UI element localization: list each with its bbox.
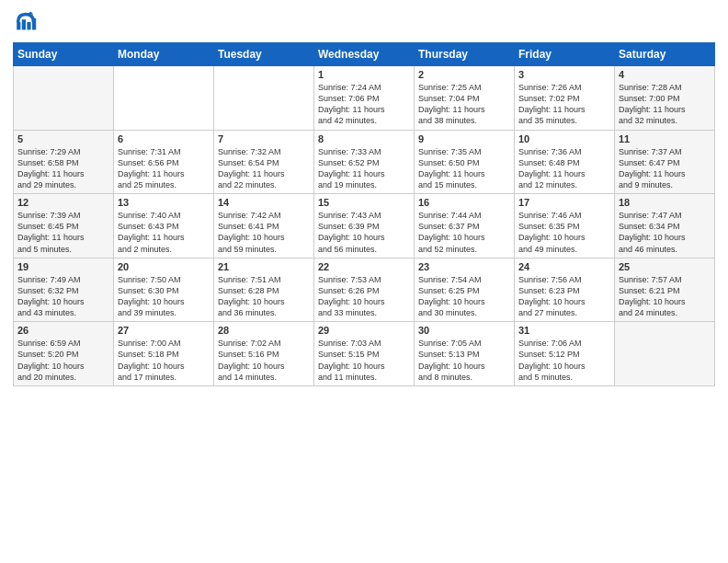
- day-info: Sunrise: 7:56 AM Sunset: 6:23 PM Dayligh…: [518, 274, 610, 319]
- weekday-thursday: Thursday: [415, 43, 515, 66]
- day-number: 17: [518, 197, 610, 208]
- day-info: Sunrise: 7:49 AM Sunset: 6:32 PM Dayligh…: [17, 274, 109, 319]
- calendar-cell: 20Sunrise: 7:50 AM Sunset: 6:30 PM Dayli…: [114, 258, 214, 322]
- day-number: 3: [518, 69, 610, 80]
- calendar-cell: [14, 66, 114, 131]
- calendar-cell: 21Sunrise: 7:51 AM Sunset: 6:28 PM Dayli…: [214, 258, 314, 322]
- calendar-cell: 3Sunrise: 7:26 AM Sunset: 7:02 PM Daylig…: [515, 66, 615, 131]
- calendar-cell: 31Sunrise: 7:06 AM Sunset: 5:12 PM Dayli…: [515, 322, 615, 386]
- calendar-cell: 16Sunrise: 7:44 AM Sunset: 6:37 PM Dayli…: [415, 194, 515, 259]
- calendar-cell: 14Sunrise: 7:42 AM Sunset: 6:41 PM Dayli…: [214, 194, 314, 259]
- day-info: Sunrise: 7:51 AM Sunset: 6:28 PM Dayligh…: [218, 274, 310, 319]
- day-info: Sunrise: 7:53 AM Sunset: 6:26 PM Dayligh…: [318, 274, 410, 319]
- day-number: 9: [418, 133, 510, 144]
- day-info: Sunrise: 7:46 AM Sunset: 6:35 PM Dayligh…: [518, 210, 610, 255]
- day-number: 28: [218, 325, 310, 336]
- day-number: 13: [118, 197, 210, 208]
- calendar-cell: [114, 66, 214, 131]
- day-number: 15: [318, 197, 410, 208]
- day-info: Sunrise: 7:39 AM Sunset: 6:45 PM Dayligh…: [17, 210, 109, 255]
- day-info: Sunrise: 7:43 AM Sunset: 6:39 PM Dayligh…: [318, 210, 410, 255]
- day-info: Sunrise: 7:24 AM Sunset: 7:06 PM Dayligh…: [318, 82, 410, 127]
- calendar-cell: 8Sunrise: 7:33 AM Sunset: 6:52 PM Daylig…: [314, 130, 415, 194]
- day-number: 27: [118, 325, 210, 336]
- day-number: 31: [518, 325, 610, 336]
- weekday-wednesday: Wednesday: [314, 43, 415, 66]
- day-number: 16: [418, 197, 510, 208]
- svg-rect-1: [22, 19, 26, 29]
- calendar-cell: 27Sunrise: 7:00 AM Sunset: 5:18 PM Dayli…: [114, 322, 214, 386]
- calendar-table: SundayMondayTuesdayWednesdayThursdayFrid…: [13, 42, 715, 386]
- day-number: 18: [619, 197, 711, 208]
- weekday-sunday: Sunday: [14, 43, 114, 66]
- logo-icon: [13, 9, 39, 35]
- svg-rect-2: [27, 22, 30, 29]
- day-info: Sunrise: 7:57 AM Sunset: 6:21 PM Dayligh…: [619, 274, 711, 319]
- calendar-cell: 17Sunrise: 7:46 AM Sunset: 6:35 PM Dayli…: [515, 194, 615, 259]
- calendar-row-3: 19Sunrise: 7:49 AM Sunset: 6:32 PM Dayli…: [14, 258, 715, 322]
- day-number: 22: [318, 261, 410, 272]
- day-info: Sunrise: 7:33 AM Sunset: 6:52 PM Dayligh…: [318, 146, 410, 191]
- day-info: Sunrise: 7:31 AM Sunset: 6:56 PM Dayligh…: [118, 146, 210, 191]
- day-number: 24: [518, 261, 610, 272]
- day-info: Sunrise: 7:35 AM Sunset: 6:50 PM Dayligh…: [418, 146, 510, 191]
- day-number: 4: [619, 69, 711, 80]
- day-info: Sunrise: 7:54 AM Sunset: 6:25 PM Dayligh…: [418, 274, 510, 319]
- day-number: 25: [619, 261, 711, 272]
- day-number: 29: [318, 325, 410, 336]
- day-number: 21: [218, 261, 310, 272]
- day-info: Sunrise: 6:59 AM Sunset: 5:20 PM Dayligh…: [17, 338, 109, 383]
- calendar-cell: 1Sunrise: 7:24 AM Sunset: 7:06 PM Daylig…: [314, 66, 415, 131]
- calendar-cell: 2Sunrise: 7:25 AM Sunset: 7:04 PM Daylig…: [415, 66, 515, 131]
- calendar-cell: 7Sunrise: 7:32 AM Sunset: 6:54 PM Daylig…: [214, 130, 314, 194]
- day-number: 11: [619, 133, 711, 144]
- calendar-cell: 9Sunrise: 7:35 AM Sunset: 6:50 PM Daylig…: [415, 130, 515, 194]
- calendar-cell: [214, 66, 314, 131]
- calendar-cell: 19Sunrise: 7:49 AM Sunset: 6:32 PM Dayli…: [14, 258, 114, 322]
- calendar-cell: [615, 322, 715, 386]
- calendar-cell: 15Sunrise: 7:43 AM Sunset: 6:39 PM Dayli…: [314, 194, 415, 259]
- day-info: Sunrise: 7:36 AM Sunset: 6:48 PM Dayligh…: [518, 146, 610, 191]
- day-number: 14: [218, 197, 310, 208]
- day-info: Sunrise: 7:26 AM Sunset: 7:02 PM Dayligh…: [518, 82, 610, 127]
- calendar-cell: 11Sunrise: 7:37 AM Sunset: 6:47 PM Dayli…: [615, 130, 715, 194]
- calendar-cell: 10Sunrise: 7:36 AM Sunset: 6:48 PM Dayli…: [515, 130, 615, 194]
- calendar-row-0: 1Sunrise: 7:24 AM Sunset: 7:06 PM Daylig…: [14, 66, 715, 131]
- day-info: Sunrise: 7:50 AM Sunset: 6:30 PM Dayligh…: [118, 274, 210, 319]
- day-info: Sunrise: 7:47 AM Sunset: 6:34 PM Dayligh…: [619, 210, 711, 255]
- day-info: Sunrise: 7:00 AM Sunset: 5:18 PM Dayligh…: [118, 338, 210, 383]
- day-number: 6: [118, 133, 210, 144]
- day-info: Sunrise: 7:32 AM Sunset: 6:54 PM Dayligh…: [218, 146, 310, 191]
- day-number: 7: [218, 133, 310, 144]
- calendar-cell: 25Sunrise: 7:57 AM Sunset: 6:21 PM Dayli…: [615, 258, 715, 322]
- calendar-cell: 6Sunrise: 7:31 AM Sunset: 6:56 PM Daylig…: [114, 130, 214, 194]
- day-number: 19: [17, 261, 109, 272]
- calendar-cell: 12Sunrise: 7:39 AM Sunset: 6:45 PM Dayli…: [14, 194, 114, 259]
- svg-rect-0: [17, 22, 20, 29]
- calendar-cell: 22Sunrise: 7:53 AM Sunset: 6:26 PM Dayli…: [314, 258, 415, 322]
- day-info: Sunrise: 7:28 AM Sunset: 7:00 PM Dayligh…: [619, 82, 711, 127]
- day-info: Sunrise: 7:37 AM Sunset: 6:47 PM Dayligh…: [619, 146, 711, 191]
- header: [13, 9, 715, 35]
- calendar-cell: 18Sunrise: 7:47 AM Sunset: 6:34 PM Dayli…: [615, 194, 715, 259]
- day-number: 2: [418, 69, 510, 80]
- day-number: 20: [118, 261, 210, 272]
- day-info: Sunrise: 7:44 AM Sunset: 6:37 PM Dayligh…: [418, 210, 510, 255]
- day-number: 5: [17, 133, 109, 144]
- weekday-header-row: SundayMondayTuesdayWednesdayThursdayFrid…: [14, 43, 715, 66]
- day-number: 1: [318, 69, 410, 80]
- calendar-cell: 29Sunrise: 7:03 AM Sunset: 5:15 PM Dayli…: [314, 322, 415, 386]
- weekday-friday: Friday: [515, 43, 615, 66]
- day-info: Sunrise: 7:42 AM Sunset: 6:41 PM Dayligh…: [218, 210, 310, 255]
- day-number: 26: [17, 325, 109, 336]
- day-info: Sunrise: 7:40 AM Sunset: 6:43 PM Dayligh…: [118, 210, 210, 255]
- day-number: 23: [418, 261, 510, 272]
- day-number: 12: [17, 197, 109, 208]
- day-info: Sunrise: 7:03 AM Sunset: 5:15 PM Dayligh…: [318, 338, 410, 383]
- calendar-row-1: 5Sunrise: 7:29 AM Sunset: 6:58 PM Daylig…: [14, 130, 715, 194]
- day-number: 10: [518, 133, 610, 144]
- calendar-cell: 4Sunrise: 7:28 AM Sunset: 7:00 PM Daylig…: [615, 66, 715, 131]
- weekday-tuesday: Tuesday: [214, 43, 314, 66]
- day-number: 30: [418, 325, 510, 336]
- calendar-cell: 30Sunrise: 7:05 AM Sunset: 5:13 PM Dayli…: [415, 322, 515, 386]
